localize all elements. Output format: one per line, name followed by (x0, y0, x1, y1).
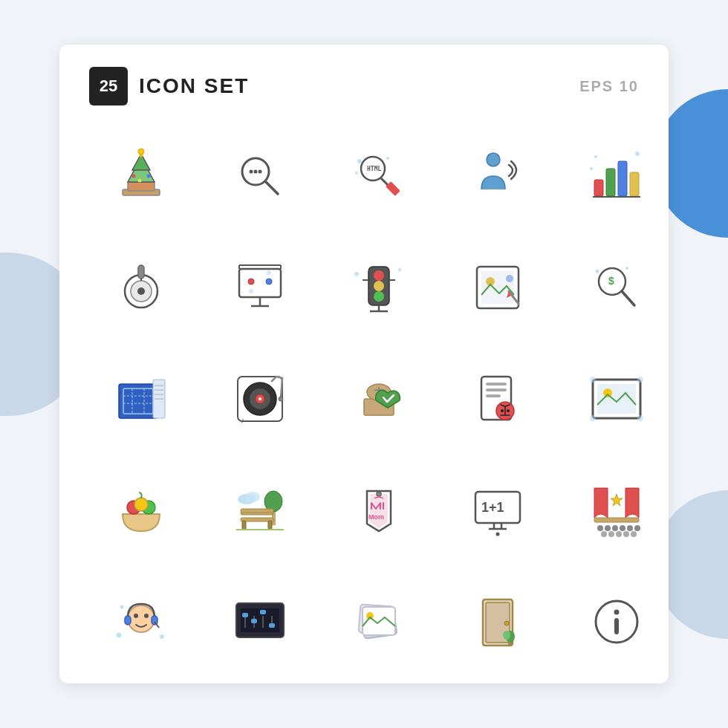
svg-point-43 (249, 289, 253, 293)
svg-point-13 (259, 170, 262, 174)
svg-rect-112 (241, 509, 273, 513)
icon-christmas-pyramid (89, 128, 193, 224)
svg-rect-90 (486, 389, 507, 391)
svg-point-133 (608, 531, 614, 537)
icon-bug-report (446, 351, 550, 447)
svg-point-53 (354, 272, 359, 276)
svg-point-136 (631, 531, 637, 537)
svg-rect-24 (618, 161, 627, 196)
badge-number: 25 (89, 67, 128, 105)
icon-vinyl-player: ♪ (208, 351, 312, 447)
svg-point-107 (245, 492, 260, 502)
icon-equalizer (208, 573, 312, 670)
svg-point-128 (612, 525, 618, 531)
icon-math-board: 1+1 (446, 462, 550, 559)
icon-mom-tag: Mom (327, 462, 431, 559)
svg-rect-140 (125, 616, 131, 625)
icon-photos (327, 573, 431, 670)
svg-point-6 (132, 175, 136, 178)
icon-fruit-basket (89, 462, 193, 559)
svg-rect-113 (242, 521, 246, 530)
main-card: 25 ICON SET EPS 10 (59, 45, 669, 683)
icon-photo-frame (446, 239, 550, 336)
header: 25 ICON SET EPS 10 (89, 67, 639, 105)
icon-traffic-light (327, 239, 431, 336)
svg-point-65 (625, 267, 628, 270)
icon-face-headset (89, 573, 193, 670)
svg-point-48 (374, 291, 384, 302)
svg-point-81 (259, 397, 261, 400)
svg-point-130 (627, 525, 633, 531)
svg-rect-151 (251, 619, 257, 623)
svg-point-132 (601, 531, 607, 537)
svg-point-162 (504, 621, 509, 625)
svg-rect-153 (260, 610, 266, 614)
svg-text:♪: ♪ (241, 416, 244, 424)
svg-point-42 (266, 279, 272, 285)
icon-person-audio (446, 128, 550, 224)
svg-point-139 (144, 614, 149, 618)
svg-point-21 (487, 153, 500, 166)
svg-point-94 (507, 409, 510, 412)
svg-point-47 (374, 281, 384, 291)
svg-point-165 (503, 631, 510, 640)
icon-door (446, 573, 550, 670)
svg-point-105 (134, 498, 148, 511)
icon-park-bench (208, 462, 312, 559)
icon-grave-shield (327, 351, 431, 447)
icon-info (565, 573, 669, 670)
icon-picture-frame (565, 351, 669, 447)
svg-rect-22 (594, 180, 603, 196)
icon-html-search: HTML (327, 128, 431, 224)
icon-blueprint (89, 351, 193, 447)
icon-money-search: $ (565, 239, 669, 336)
svg-point-100 (590, 415, 596, 421)
svg-point-29 (590, 167, 593, 170)
svg-point-98 (590, 377, 596, 383)
header-left: 25 ICON SET (89, 67, 249, 105)
svg-point-167 (614, 610, 620, 615)
svg-point-145 (120, 605, 124, 609)
svg-point-144 (160, 634, 164, 639)
svg-point-11 (250, 170, 253, 174)
svg-point-54 (398, 268, 402, 272)
svg-rect-149 (242, 613, 248, 617)
header-title: ICON SET (139, 74, 249, 98)
svg-point-8 (138, 179, 142, 183)
svg-line-62 (622, 291, 634, 305)
svg-point-138 (134, 614, 138, 618)
svg-point-126 (597, 525, 603, 531)
svg-rect-114 (268, 521, 272, 530)
svg-text:Mom: Mom (368, 513, 384, 521)
svg-rect-89 (486, 383, 507, 386)
icon-gym-weight (89, 239, 193, 336)
svg-point-82 (279, 397, 283, 401)
svg-rect-66 (119, 384, 157, 418)
svg-marker-125 (611, 494, 623, 506)
svg-point-131 (634, 525, 640, 531)
svg-line-10 (265, 181, 278, 194)
icon-bar-chart (565, 128, 669, 224)
svg-point-137 (128, 605, 155, 632)
svg-point-134 (616, 531, 622, 537)
svg-point-20 (355, 172, 358, 175)
svg-text:1+1: 1+1 (481, 500, 504, 515)
svg-point-44 (267, 270, 271, 275)
svg-rect-23 (606, 169, 615, 196)
svg-point-12 (254, 170, 258, 174)
icon-theater (565, 462, 669, 559)
svg-rect-25 (630, 172, 639, 196)
svg-point-27 (594, 155, 597, 158)
header-eps: EPS 10 (579, 78, 639, 95)
icon-search-dots (208, 128, 312, 224)
svg-point-46 (374, 270, 384, 281)
icon-presentation (208, 239, 312, 336)
svg-point-18 (357, 159, 362, 163)
svg-point-32 (137, 287, 145, 295)
svg-text:$: $ (608, 275, 614, 287)
svg-point-129 (620, 525, 625, 531)
svg-text:HTML: HTML (367, 166, 381, 172)
icons-grid: HTML (89, 128, 639, 670)
svg-point-7 (147, 175, 151, 178)
svg-rect-168 (614, 618, 619, 634)
